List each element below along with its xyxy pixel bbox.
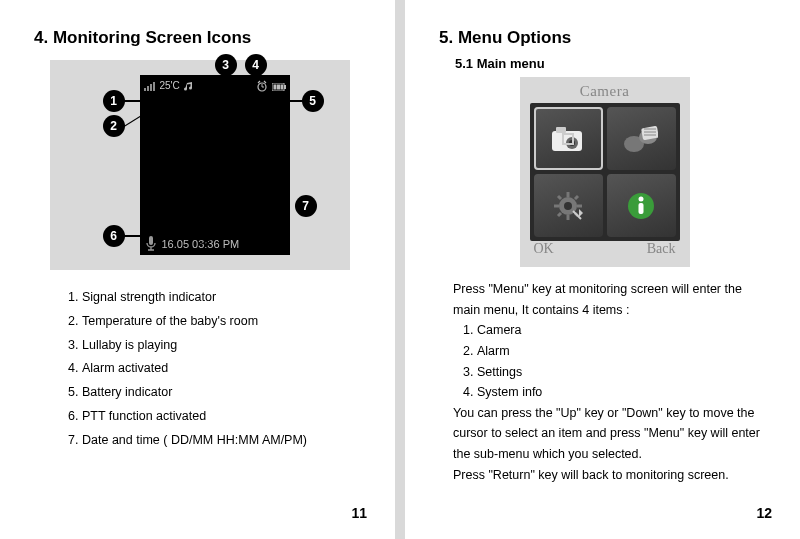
- leader-line: [124, 235, 144, 237]
- section-title-4: 4. Monitoring Screen Icons: [34, 28, 365, 48]
- menu-item-system-info: [607, 174, 676, 237]
- svg-point-9: [569, 140, 575, 146]
- info-icon: [626, 191, 656, 221]
- menu-intro-text: Press "Menu" key at monitoring screen wi…: [453, 279, 764, 320]
- monitoring-screen-diagram: 25'C 16.05 03:36: [50, 60, 350, 270]
- signal-icon: [144, 80, 156, 91]
- legend-item: Alarm activated: [82, 357, 365, 381]
- manual-page-11: 4. Monitoring Screen Icons 25'C: [0, 0, 395, 539]
- menu-list-item: Settings: [477, 362, 770, 383]
- subsection-title-5-1: 5.1 Main menu: [455, 56, 770, 71]
- menu-item-camera: [534, 107, 603, 170]
- callout-1: 1: [103, 90, 125, 112]
- menu-grid: [530, 103, 680, 241]
- svg-rect-2: [284, 85, 286, 89]
- callout-2: 2: [103, 115, 125, 137]
- ptt-mic-icon: [144, 236, 158, 252]
- softkey-back: Back: [647, 241, 676, 261]
- leader-line: [226, 75, 228, 83]
- legend-item: PTT function activated: [82, 405, 365, 429]
- svg-rect-5: [280, 84, 283, 89]
- legend-item: Lullaby is playing: [82, 334, 365, 358]
- page-number: 12: [756, 505, 772, 521]
- menu-list-item: Alarm: [477, 341, 770, 362]
- main-menu-screenshot: Camera: [520, 77, 690, 267]
- softkey-ok: OK: [534, 241, 554, 261]
- menu-title: Camera: [530, 83, 680, 103]
- menu-nav-text: You can press the "Up" key or "Down" key…: [453, 403, 764, 465]
- manual-page-12: 5. Menu Options 5.1 Main menu Camera: [405, 0, 800, 539]
- callout-3: 3: [215, 54, 237, 76]
- leader-line: [255, 75, 257, 83]
- menu-list-item: System info: [477, 382, 770, 403]
- callout-4: 4: [245, 54, 267, 76]
- svg-rect-18: [639, 203, 644, 214]
- menu-items-list: Camera Alarm Settings System info: [439, 320, 770, 403]
- menu-list-item: Camera: [477, 320, 770, 341]
- alarm-icon: [256, 80, 268, 92]
- svg-rect-3: [273, 84, 276, 89]
- menu-return-text: Press "Return" key will back to monitori…: [453, 465, 764, 486]
- svg-rect-4: [277, 84, 280, 89]
- legend-item: Battery indicator: [82, 381, 365, 405]
- leader-line: [286, 100, 303, 102]
- svg-rect-6: [149, 236, 153, 245]
- legend-item: Temperature of the baby's room: [82, 310, 365, 334]
- section-title-5: 5. Menu Options: [439, 28, 770, 48]
- callout-6: 6: [103, 225, 125, 247]
- svg-point-15: [564, 202, 572, 210]
- lullaby-icon: [184, 80, 194, 91]
- svg-point-8: [566, 137, 578, 149]
- svg-rect-10: [556, 127, 566, 133]
- menu-item-settings: [534, 174, 603, 237]
- menu-item-alarm: [607, 107, 676, 170]
- legend-item: Date and time ( DD/MM HH:MM AM/PM): [82, 429, 365, 453]
- legend-item: Signal strength indicator: [82, 286, 365, 310]
- temperature-value: 25'C: [160, 80, 180, 91]
- icon-legend: Signal strength indicator Temperature of…: [42, 286, 365, 452]
- battery-icon: [272, 80, 286, 91]
- menu-softkeys: OK Back: [530, 241, 680, 261]
- callout-7: 7: [295, 195, 317, 217]
- callout-5: 5: [302, 90, 324, 112]
- leader-line: [124, 100, 144, 102]
- gear-icon: [553, 191, 583, 221]
- page-number: 11: [351, 505, 367, 521]
- camera-icon: [550, 125, 586, 153]
- status-bar: 25'C: [144, 77, 286, 95]
- svg-point-17: [639, 196, 644, 201]
- svg-rect-13: [641, 125, 658, 140]
- alarm-clock-icon: [624, 124, 658, 154]
